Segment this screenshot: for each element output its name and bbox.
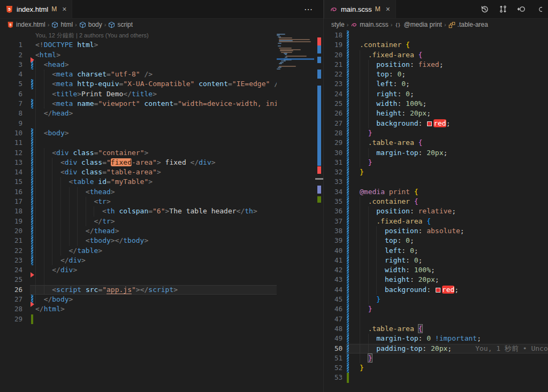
gutter-modified-marker[interactable] xyxy=(347,60,349,70)
line-number[interactable]: 21 xyxy=(324,60,342,70)
breadcrumb-item--media-print[interactable]: {}@media print xyxy=(394,21,442,28)
gutter-modified-marker[interactable] xyxy=(31,226,33,236)
line-number[interactable]: 48 xyxy=(324,324,342,334)
line-number[interactable]: 4 xyxy=(0,70,22,79)
line-number[interactable]: 25 xyxy=(324,99,342,109)
line-number[interactable]: 19 xyxy=(324,40,342,50)
breadcrumb-item-html[interactable]: html xyxy=(51,21,73,28)
gutter-modified-marker[interactable] xyxy=(347,167,349,177)
line-number[interactable]: 13 xyxy=(0,158,22,167)
gutter-modified-marker[interactable] xyxy=(31,187,33,197)
code-text[interactable]: <div class="table-area"> xyxy=(35,167,161,177)
line-number[interactable]: 28 xyxy=(0,304,22,314)
code-text[interactable]: top: 0; xyxy=(360,70,406,79)
gutter-modified-marker[interactable] xyxy=(347,206,349,216)
compare-icon[interactable] xyxy=(498,4,508,14)
line-number[interactable]: 22 xyxy=(0,246,22,256)
line-number[interactable]: 10 xyxy=(0,128,22,138)
code-text[interactable]: .fixed-area { xyxy=(360,50,422,60)
line-number[interactable]: 34 xyxy=(324,187,342,197)
gutter-modified-marker[interactable] xyxy=(347,128,349,138)
gutter-modified-marker[interactable] xyxy=(347,295,349,304)
tab-main-scss[interactable]: main.scss M × xyxy=(324,0,396,18)
gutter-modified-marker[interactable] xyxy=(347,217,349,226)
code-text[interactable]: } xyxy=(360,128,372,138)
code-text[interactable]: <table id="myTable"> xyxy=(35,177,153,187)
tab-index-html[interactable]: 5 index.html M × xyxy=(0,0,72,18)
line-number[interactable]: 40 xyxy=(324,246,342,256)
code-text[interactable]: <div class="fixed-area"> fixed </div> xyxy=(35,158,216,167)
code-text[interactable]: background: red; xyxy=(360,285,459,295)
code-text[interactable]: margin-top: 20px; xyxy=(360,148,447,158)
code-text[interactable]: </div> xyxy=(35,265,77,275)
line-number[interactable]: 36 xyxy=(324,206,342,216)
line-number[interactable]: 23 xyxy=(324,79,342,89)
line-number[interactable]: 5 xyxy=(0,79,22,89)
code-text[interactable]: <meta name="viewport" content="width=dev… xyxy=(35,99,277,109)
line-number[interactable]: 28 xyxy=(324,128,342,138)
line-number[interactable]: 1 xyxy=(0,40,22,50)
gitlens-authors-lens[interactable]: You, 12 分鐘前 | 2 authors (You and others) xyxy=(0,30,277,40)
gutter-modified-marker[interactable] xyxy=(347,30,349,40)
close-icon[interactable]: × xyxy=(62,5,66,13)
close-icon[interactable]: × xyxy=(386,5,390,13)
gutter-modified-marker[interactable] xyxy=(31,177,33,187)
line-number[interactable]: 12 xyxy=(0,148,22,158)
line-number[interactable]: 3 xyxy=(0,60,22,70)
editor-index-html[interactable]: You, 12 分鐘前 | 2 authors (You and others)… xyxy=(0,30,277,392)
line-number[interactable]: 26 xyxy=(324,109,342,118)
line-number[interactable]: 50 xyxy=(324,344,342,353)
code-text[interactable]: } xyxy=(360,167,364,177)
code-text[interactable]: @media print { xyxy=(360,187,418,197)
overview-ruler[interactable] xyxy=(315,30,323,392)
code-text[interactable]: height: 20px; xyxy=(360,275,439,285)
line-number[interactable]: 21 xyxy=(0,236,22,245)
code-text[interactable]: position: relative; xyxy=(360,206,456,216)
gutter-modified-marker[interactable] xyxy=(347,148,349,158)
gutter-modified-marker[interactable] xyxy=(31,99,33,109)
breadcrumb-item-body[interactable]: body xyxy=(79,21,102,28)
line-number[interactable]: 49 xyxy=(324,334,342,343)
line-number[interactable]: 44 xyxy=(324,285,342,295)
line-number[interactable]: 14 xyxy=(0,167,22,177)
editor-main-scss[interactable]: 1819.container {20.fixed-area {21positio… xyxy=(324,30,548,392)
line-number[interactable]: 26 xyxy=(0,285,22,295)
code-text[interactable]: .container { xyxy=(360,197,418,206)
gutter-modified-marker[interactable] xyxy=(347,119,349,128)
gutter-modified-marker[interactable] xyxy=(347,138,349,148)
line-number[interactable]: 45 xyxy=(324,295,342,304)
line-number[interactable]: 27 xyxy=(0,295,22,304)
code-text[interactable]: <body> xyxy=(35,128,69,138)
history-icon[interactable] xyxy=(480,4,490,14)
code-text[interactable]: background: red; xyxy=(360,119,451,128)
gutter-modified-marker[interactable] xyxy=(347,334,349,343)
line-number[interactable]: 35 xyxy=(324,197,342,206)
gutter-added-marker[interactable] xyxy=(347,373,349,382)
gutter-modified-marker[interactable] xyxy=(347,344,349,353)
gutter-modified-marker[interactable] xyxy=(347,363,349,373)
code-text[interactable]: .fixed-area { xyxy=(360,217,431,226)
gutter-modified-marker[interactable] xyxy=(31,79,33,89)
line-number[interactable]: 25 xyxy=(0,275,22,285)
breadcrumb-item--table-area[interactable]: .table-area xyxy=(448,21,488,28)
breadcrumb-item-script[interactable]: script xyxy=(108,21,133,28)
line-number[interactable]: 31 xyxy=(324,158,342,167)
code-text[interactable]: <!DOCTYPE html> xyxy=(35,40,98,50)
line-number[interactable]: 29 xyxy=(324,138,342,148)
gutter-modified-marker[interactable] xyxy=(347,158,349,167)
open-changes-icon[interactable] xyxy=(516,4,527,14)
code-text[interactable]: } xyxy=(360,158,372,167)
gutter-added-marker[interactable] xyxy=(31,314,33,324)
line-number[interactable]: 9 xyxy=(0,119,22,128)
gutter-deleted-marker[interactable] xyxy=(31,302,37,307)
line-number[interactable]: 17 xyxy=(0,197,22,206)
gutter-modified-marker[interactable] xyxy=(31,128,33,138)
gutter-modified-marker[interactable] xyxy=(347,236,349,245)
code-text[interactable]: .container { xyxy=(360,40,410,50)
code-text[interactable]: </html> xyxy=(35,304,65,314)
line-number[interactable]: 53 xyxy=(324,373,342,382)
gutter-modified-marker[interactable] xyxy=(347,256,349,265)
code-text[interactable]: <html> xyxy=(35,50,60,60)
gutter-modified-marker[interactable] xyxy=(347,99,349,109)
line-number[interactable]: 52 xyxy=(324,363,342,373)
